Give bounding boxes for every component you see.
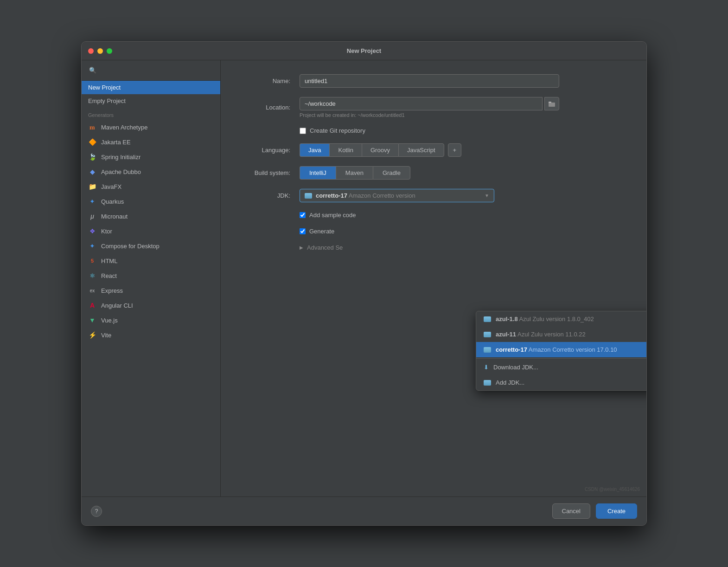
express-icon: ex	[88, 286, 96, 295]
generate-label[interactable]: Generate	[309, 228, 334, 235]
ktor-icon: ❖	[88, 227, 96, 235]
sample-checkbox[interactable]	[300, 212, 306, 218]
sidebar-item-express[interactable]: ex Express	[82, 283, 220, 298]
angular-icon: A	[88, 301, 96, 309]
jdk-folder-icon	[305, 193, 312, 199]
build-gradle-button[interactable]: Gradle	[373, 166, 410, 180]
language-btn-group: Java Kotlin Groovy JavaScript	[300, 143, 444, 157]
lang-java-button[interactable]: Java	[300, 143, 329, 157]
language-row: Language: Java Kotlin Groovy JavaScript …	[239, 143, 628, 157]
html-label: HTML	[101, 258, 117, 264]
dubbo-icon: ◆	[88, 168, 96, 176]
sidebar-item-spring-initializr[interactable]: 🍃 Spring Initializr	[82, 149, 220, 164]
vite-icon: ⚡	[88, 331, 96, 339]
folder-icon	[484, 316, 491, 322]
jdk-dropdown[interactable]: corretto-17 Amazon Corretto version ▼	[300, 189, 494, 202]
git-checkbox[interactable]	[300, 128, 306, 134]
lang-kotlin-button[interactable]: Kotlin	[329, 143, 362, 157]
close-button[interactable]	[88, 48, 94, 54]
maven-label: Maven Archetype	[101, 124, 147, 131]
jdk-label: JDK:	[239, 192, 290, 199]
download-jdk-item[interactable]: ⬇ Download JDK...	[476, 360, 646, 375]
search-input[interactable]	[87, 65, 215, 76]
sidebar-item-micronaut[interactable]: μ Micronaut	[82, 209, 220, 224]
jdk-dropdown-text: corretto-17 Amazon Corretto version	[316, 192, 481, 199]
javafx-label: JavaFX	[101, 183, 121, 190]
compose-label: Compose for Desktop	[101, 243, 160, 250]
jdk-version: Amazon Corretto version	[349, 192, 415, 199]
main-panel: Name: Location:	[221, 60, 646, 496]
name-input[interactable]	[300, 74, 559, 88]
generate-checkbox[interactable]	[300, 228, 306, 234]
dubbo-label: Apache Dubbo	[101, 168, 141, 175]
jdk-option-name: corretto-17 Amazon Corretto version 17.0…	[496, 346, 617, 353]
location-input[interactable]	[300, 97, 543, 110]
language-control: Java Kotlin Groovy JavaScript +	[300, 143, 559, 157]
jdk-option-corretto-17[interactable]: corretto-17 Amazon Corretto version 17.0…	[476, 342, 646, 357]
react-label: React	[101, 272, 117, 279]
sidebar-item-new-project[interactable]: New Project	[82, 81, 220, 94]
folder-browse-icon	[549, 101, 555, 107]
build-label: Build system:	[239, 169, 290, 176]
jakarta-icon: 🔶	[88, 138, 96, 146]
ktor-label: Ktor	[101, 228, 112, 235]
build-row: Build system: IntelliJ Maven Gradle	[239, 166, 628, 180]
advanced-settings-label: Advanced Se	[307, 244, 343, 251]
titlebar: New Project	[82, 42, 646, 60]
cancel-button[interactable]: Cancel	[552, 503, 590, 519]
dropdown-arrow-icon: ▼	[485, 193, 489, 198]
sidebar-item-compose-desktop[interactable]: ✦ Compose for Desktop	[82, 238, 220, 253]
build-btn-group: IntelliJ Maven Gradle	[300, 166, 559, 180]
add-jdk-item[interactable]: Add JDK...	[476, 375, 646, 390]
quarkus-icon: ✦	[88, 197, 96, 206]
add-language-button[interactable]: +	[448, 143, 462, 157]
sidebar-item-javafx[interactable]: 📁 JavaFX	[82, 179, 220, 194]
quarkus-label: Quarkus	[101, 198, 124, 205]
svg-rect-1	[549, 102, 551, 103]
angular-label: Angular CLI	[101, 302, 133, 309]
sidebar-item-react[interactable]: ⚛ React	[82, 268, 220, 283]
browse-button[interactable]	[544, 97, 559, 110]
git-label[interactable]: Create Git repository	[310, 127, 365, 134]
location-hint: Project will be created in: ~/workcode/u…	[300, 112, 559, 118]
jdk-option-azul-11[interactable]: azul-11 Azul Zulu version 11.0.22	[476, 327, 646, 342]
folder-icon	[484, 332, 491, 337]
sidebar-item-jakarta-ee[interactable]: 🔶 Jakarta EE	[82, 135, 220, 149]
maximize-button[interactable]	[107, 48, 112, 54]
spring-icon: 🍃	[88, 153, 96, 161]
sidebar-item-angular-cli[interactable]: A Angular CLI	[82, 298, 220, 313]
dropdown-divider	[476, 358, 646, 359]
jdk-control: corretto-17 Amazon Corretto version ▼	[300, 189, 559, 202]
create-button[interactable]: Create	[596, 503, 637, 519]
vue-icon: ▼	[88, 316, 96, 324]
new-project-label: New Project	[88, 84, 121, 91]
lang-javascript-button[interactable]: JavaScript	[398, 143, 444, 157]
sidebar-item-html[interactable]: 5 HTML	[82, 253, 220, 268]
generate-checkbox-row: Generate	[300, 228, 334, 235]
sidebar-item-ktor[interactable]: ❖ Ktor	[82, 224, 220, 238]
help-button[interactable]: ?	[91, 506, 102, 517]
vite-label: Vite	[101, 332, 111, 339]
sample-row: Add sample code	[239, 212, 628, 219]
sidebar-item-vue-js[interactable]: ▼ Vue.js	[82, 313, 220, 328]
build-maven-button[interactable]: Maven	[336, 166, 373, 180]
lang-groovy-button[interactable]: Groovy	[362, 143, 398, 157]
jdk-option-azul-18[interactable]: azul-1.8 Azul Zulu version 1.8.0_402	[476, 311, 646, 327]
sidebar-item-quarkus[interactable]: ✦ Quarkus	[82, 194, 220, 209]
micronaut-icon: μ	[88, 212, 96, 220]
traffic-lights	[88, 48, 112, 54]
sidebar-item-apache-dubbo[interactable]: ◆ Apache Dubbo	[82, 164, 220, 179]
sidebar-item-maven-archetype[interactable]: 𝐦 Maven Archetype	[82, 120, 220, 135]
jdk-row: JDK: corretto-17 Amazon Corretto version…	[239, 189, 628, 202]
sidebar-item-vite[interactable]: ⚡ Vite	[82, 328, 220, 342]
sample-label[interactable]: Add sample code	[309, 212, 356, 219]
add-jdk-label: Add JDK...	[496, 379, 524, 386]
sidebar-item-empty-project[interactable]: Empty Project	[82, 94, 220, 108]
build-intellij-button[interactable]: IntelliJ	[300, 166, 336, 180]
download-icon: ⬇	[484, 364, 489, 371]
advanced-arrow-icon: ▶	[300, 245, 303, 250]
minimize-button[interactable]	[97, 48, 103, 54]
advanced-settings-toggle[interactable]: ▶ Advanced Se	[300, 244, 343, 251]
jdk-name: corretto-17	[316, 192, 347, 199]
jdk-option-name: azul-11 Azul Zulu version 11.0.22	[496, 331, 586, 338]
